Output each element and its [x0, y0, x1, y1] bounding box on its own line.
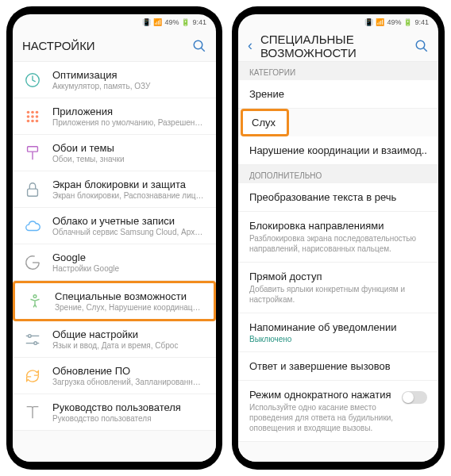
- svg-point-22: [416, 40, 425, 49]
- settings-item-lock[interactable]: Экран блокировки и защита Экран блокиров…: [13, 171, 216, 208]
- themes-icon: [24, 144, 41, 162]
- svg-rect-14: [28, 189, 38, 196]
- page-title: НАСТРОЙКИ: [22, 39, 192, 52]
- item-title: Преобразование текста в речь: [249, 191, 427, 203]
- settings-item-general[interactable]: Общие настройки Язык и ввод, Дата и врем…: [13, 321, 216, 358]
- time-text: 9:41: [414, 18, 429, 26]
- svg-point-5: [36, 110, 39, 113]
- item-text: Оптимизация Аккумулятор, память, ОЗУ: [52, 69, 205, 90]
- signal-icon: 📶: [376, 18, 384, 26]
- item-title: Оптимизация: [52, 69, 205, 81]
- svg-point-8: [36, 115, 39, 118]
- optimization-icon: [24, 71, 41, 89]
- item-title: Режим однократного нажатия: [249, 389, 402, 401]
- list-item[interactable]: Слух: [241, 109, 289, 136]
- accessibility-icon: [26, 293, 44, 310]
- list-item[interactable]: Напоминание об уведомленииВыключено: [238, 313, 438, 352]
- settings-item-cloud[interactable]: Облако и учетные записи Облачный сервис …: [13, 208, 216, 244]
- item-text: Общие настройки Язык и ввод, Дата и врем…: [52, 328, 205, 350]
- item-title: Зрение: [249, 88, 427, 100]
- cloud-icon: [24, 217, 41, 235]
- settings-item-optimization[interactable]: Оптимизация Аккумулятор, память, ОЗУ: [13, 62, 216, 98]
- svg-point-10: [31, 119, 34, 122]
- item-title: Приложения: [52, 106, 205, 117]
- vibrate-icon: 📳: [142, 18, 151, 26]
- list-item[interactable]: Блокировка направлениямиРазблокировка эк…: [238, 212, 438, 263]
- phone-left: 📳 📶 49% 🔋 9:41 НАСТРОЙКИ Оптимизация Акк…: [6, 6, 222, 470]
- item-title: Прямой доступ: [249, 271, 427, 282]
- page-title: СПЕЦИАЛЬНЫЕ ВОЗМОЖНОСТИ: [260, 33, 414, 60]
- svg-line-1: [201, 48, 205, 52]
- battery-text: 49%: [164, 18, 179, 26]
- lock-icon: [24, 181, 41, 198]
- item-text: Руководство пользователя Руководство пол…: [52, 401, 205, 423]
- search-icon[interactable]: [414, 39, 429, 53]
- item-title: Экран блокировки и защита: [52, 178, 205, 190]
- settings-list: Оптимизация Аккумулятор, память, ОЗУ При…: [13, 62, 216, 462]
- item-subtitle: Аккумулятор, память, ОЗУ: [52, 82, 205, 90]
- item-subtitle: Язык и ввод, Дата и время, Сброс: [52, 341, 205, 350]
- item-subtitle: Зрение, Слух, Нарушение координации и...: [55, 303, 202, 312]
- item-subtitle: Добавить ярлыки конкретным функциям и на…: [249, 284, 427, 305]
- item-title: Обновление ПО: [52, 365, 205, 377]
- apps-icon: [24, 108, 41, 125]
- status-bar: 📳 📶 49% 🔋 9:41: [13, 14, 216, 30]
- item-subtitle: Приложения по умолчанию, Разрешения...: [52, 118, 205, 127]
- item-subtitle: Обои, темы, значки: [52, 155, 205, 163]
- manual-icon: [24, 404, 41, 421]
- settings-item-manual[interactable]: Руководство пользователя Руководство пол…: [13, 394, 216, 431]
- item-title: Специальные возможности: [55, 290, 202, 302]
- settings-item-update[interactable]: Обновление ПО Загрузка обновлений, Запла…: [13, 358, 216, 394]
- item-text: Облако и учетные записи Облачный сервис …: [52, 215, 205, 236]
- list-item[interactable]: Нарушение координации и взаимод..: [238, 136, 438, 165]
- toggle-switch[interactable]: [402, 391, 427, 404]
- item-subtitle: Настройки Google: [52, 264, 205, 273]
- list-item[interactable]: Ответ и завершение вызовов: [238, 352, 438, 381]
- back-button[interactable]: ‹: [248, 37, 252, 54]
- screen-left: 📳 📶 49% 🔋 9:41 НАСТРОЙКИ Оптимизация Акк…: [13, 14, 216, 462]
- svg-point-19: [34, 341, 37, 344]
- item-text: Режим однократного нажатияИспользуйте од…: [249, 389, 402, 433]
- item-text: Google Настройки Google: [52, 251, 205, 273]
- svg-line-23: [423, 48, 427, 52]
- phone-right: 📳 📶 49% 🔋 9:41 ‹ СПЕЦИАЛЬНЫЕ ВОЗМОЖНОСТИ…: [232, 6, 445, 470]
- status-bar: 📳 📶 49% 🔋 9:41: [238, 14, 438, 30]
- update-icon: [24, 367, 41, 385]
- item-title: Обои и темы: [52, 142, 205, 154]
- time-text: 9:41: [192, 18, 206, 26]
- battery-icon: 🔋: [181, 18, 190, 26]
- svg-point-0: [194, 40, 202, 49]
- item-text: Обои и темы Обои, темы, значки: [52, 142, 205, 163]
- google-icon: [24, 254, 41, 271]
- item-subtitle: Руководство пользователя: [52, 414, 205, 423]
- list-item[interactable]: Преобразование текста в речь: [238, 183, 438, 212]
- svg-point-15: [33, 294, 37, 298]
- list-item[interactable]: Прямой доступДобавить ярлыки конкретным …: [238, 263, 438, 313]
- item-title: Руководство пользователя: [52, 401, 205, 413]
- item-title: Облако и учетные записи: [52, 215, 205, 227]
- svg-rect-12: [28, 146, 38, 151]
- search-icon[interactable]: [192, 39, 206, 53]
- vibrate-icon: 📳: [364, 18, 373, 26]
- header: ‹ СПЕЦИАЛЬНЫЕ ВОЗМОЖНОСТИ: [238, 30, 438, 62]
- list-item[interactable]: Зрение: [238, 80, 438, 109]
- item-subtitle: Облачный сервис Samsung Cloud, Архив...: [52, 228, 205, 236]
- item-title: Напоминание об уведомлении: [249, 321, 427, 333]
- item-title: Блокировка направлениями: [249, 220, 427, 232]
- svg-point-7: [31, 115, 34, 118]
- settings-item-accessibility[interactable]: Специальные возможности Зрение, Слух, На…: [13, 281, 216, 321]
- settings-item-google[interactable]: Google Настройки Google: [13, 244, 216, 281]
- accessibility-list: КАТЕГОРИИЗрениеСлухНарушение координации…: [238, 62, 438, 462]
- settings-item-themes[interactable]: Обои и темы Обои, темы, значки: [13, 135, 216, 171]
- item-title: Общие настройки: [52, 328, 205, 340]
- item-text: Обновление ПО Загрузка обновлений, Запла…: [52, 365, 205, 386]
- list-item[interactable]: Режим однократного нажатияИспользуйте од…: [238, 381, 438, 442]
- header: НАСТРОЙКИ: [13, 30, 216, 62]
- item-subtitle: Экран блокировки, Распознавание лица...: [52, 191, 205, 200]
- section-header: ДОПОЛНИТЕЛЬНО: [238, 165, 438, 183]
- settings-item-apps[interactable]: Приложения Приложения по умолчанию, Разр…: [13, 98, 216, 135]
- svg-point-11: [36, 119, 39, 122]
- screen-right: 📳 📶 49% 🔋 9:41 ‹ СПЕЦИАЛЬНЫЕ ВОЗМОЖНОСТИ…: [238, 14, 438, 462]
- section-header: КАТЕГОРИИ: [238, 62, 438, 80]
- item-text: Экран блокировки и защита Экран блокиров…: [52, 178, 205, 200]
